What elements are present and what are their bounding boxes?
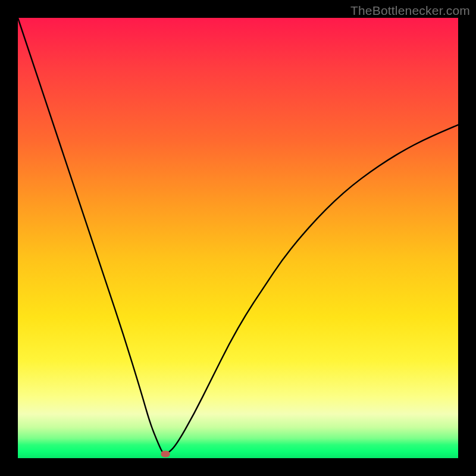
bottleneck-curve	[18, 18, 458, 458]
attribution-text: TheBottlenecker.com	[350, 4, 470, 18]
plot-area	[18, 18, 458, 458]
minimum-marker	[161, 450, 170, 457]
chart-frame: TheBottlenecker.com	[0, 0, 476, 476]
